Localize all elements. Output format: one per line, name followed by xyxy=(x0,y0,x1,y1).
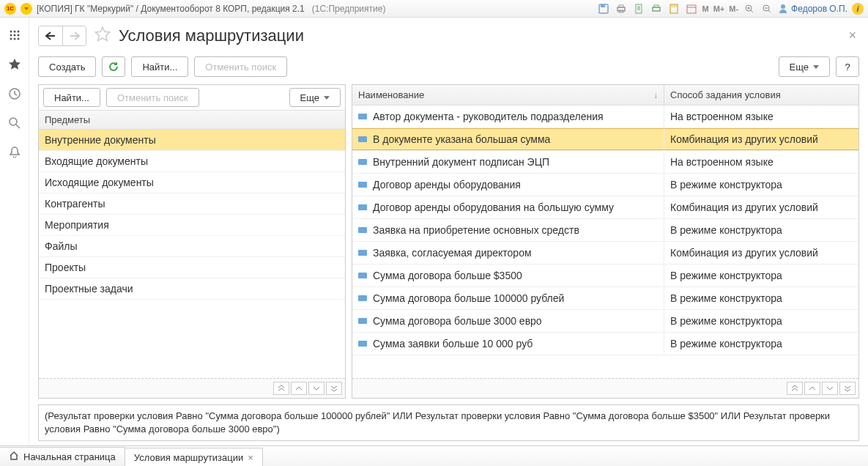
row-mode: В режиме конструктора xyxy=(664,287,858,309)
sort-down-icon: ↓ xyxy=(653,90,658,100)
calculator-icon[interactable] xyxy=(667,2,680,15)
row-mode: На встроенном языке xyxy=(664,106,858,127)
row-marker-icon xyxy=(358,318,367,324)
row-marker-icon xyxy=(358,204,367,210)
calendar-icon[interactable] xyxy=(685,2,698,15)
bell-icon[interactable] xyxy=(7,145,22,160)
apps-icon[interactable] xyxy=(7,28,22,42)
svg-point-19 xyxy=(17,34,19,37)
table-row[interactable]: Заявка на приобретение основных средствВ… xyxy=(352,219,858,242)
formula-box: (Результат проверки условия Равно "Сумма… xyxy=(38,404,859,441)
svg-rect-3 xyxy=(619,5,623,7)
save-icon[interactable] xyxy=(597,2,610,15)
svg-point-13 xyxy=(781,4,785,9)
table-row[interactable]: Сумма договора больше 3000 евроВ режиме … xyxy=(352,310,858,333)
table-row[interactable]: Сумма договора больше $3500В режиме конс… xyxy=(352,265,858,287)
row-mode: В режиме конструктора xyxy=(664,174,858,196)
search-icon[interactable] xyxy=(7,116,22,130)
list-item[interactable]: Файлы xyxy=(39,236,345,257)
nav-back-button[interactable] xyxy=(39,26,62,45)
list-item[interactable]: Мероприятия xyxy=(39,215,345,236)
conditions-pane: Наименование ↓ Способ задания условия Ав… xyxy=(352,84,859,399)
nav-forward-button xyxy=(62,26,86,45)
scroll-down-icon[interactable] xyxy=(308,382,324,395)
zoom-out-icon[interactable] xyxy=(760,2,774,15)
star-icon[interactable] xyxy=(7,57,22,72)
tab-current[interactable]: Условия маршрутизации × xyxy=(125,448,263,466)
window-title: [КОПИЯ] ГК "Меркурий" / Документооборот … xyxy=(37,4,305,14)
column-mode-header[interactable]: Способ задания условия xyxy=(664,85,858,105)
scroll-bottom-icon[interactable] xyxy=(326,382,342,395)
svg-point-16 xyxy=(17,31,19,33)
row-name: Договор аренды оборудования xyxy=(373,179,521,191)
table-row[interactable]: Сумма договора больше 100000 рублейВ реж… xyxy=(352,287,858,310)
table-row[interactable]: Договор аренды оборудования на большую с… xyxy=(352,196,858,219)
svg-rect-1 xyxy=(601,4,605,7)
row-mode: В режиме конструктора xyxy=(664,310,858,332)
m-minus-button[interactable]: M- xyxy=(729,4,738,13)
list-item[interactable]: Входящие документы xyxy=(39,151,345,172)
list-item[interactable]: Исходящие документы xyxy=(39,172,345,193)
subjects-pane: Найти... Отменить поиск Еще Предметы Вну… xyxy=(38,84,346,399)
svg-point-18 xyxy=(13,34,15,37)
scroll-top-icon[interactable] xyxy=(273,382,289,395)
table-row[interactable]: Автор документа - руководитель подраздел… xyxy=(352,106,858,128)
table-row[interactable]: В документе указана большая суммаКомбина… xyxy=(352,128,858,151)
list-item[interactable]: Внутренние документы xyxy=(39,130,345,151)
help-button[interactable]: ? xyxy=(836,56,859,77)
scroll-up-icon[interactable] xyxy=(291,382,307,395)
svg-point-17 xyxy=(10,34,12,37)
find-button[interactable]: Найти... xyxy=(131,56,188,77)
row-name: Сумма договора больше 3000 евро xyxy=(373,315,542,327)
list-item[interactable]: Проектные задачи xyxy=(39,278,345,300)
favorite-star-icon[interactable] xyxy=(94,26,111,45)
history-icon[interactable] xyxy=(7,86,22,101)
row-marker-icon xyxy=(358,114,367,119)
scroll-bottom-icon[interactable] xyxy=(839,382,856,395)
m-button[interactable]: M xyxy=(702,4,709,13)
row-marker-icon xyxy=(358,159,367,165)
user-name: Федоров О.П. xyxy=(791,4,847,14)
list-item[interactable]: Проекты xyxy=(39,257,345,278)
row-marker-icon xyxy=(358,182,367,188)
svg-rect-10 xyxy=(687,5,696,13)
table-row[interactable]: Внутренний документ подписан ЭЦПНа встро… xyxy=(352,151,858,174)
scroll-top-icon[interactable] xyxy=(787,382,803,395)
row-marker-icon xyxy=(358,295,367,301)
left-find-button[interactable]: Найти... xyxy=(43,88,100,107)
row-mode: В режиме конструктора xyxy=(664,265,858,286)
print-green-icon[interactable] xyxy=(650,2,663,15)
column-name-label: Наименование xyxy=(358,89,424,100)
list-item[interactable]: Контрагенты xyxy=(39,193,345,215)
tab-home[interactable]: Начальная страница xyxy=(0,447,125,466)
row-marker-icon xyxy=(358,341,367,347)
table-row[interactable]: Заявка, согласуемая директоромКомбинация… xyxy=(352,242,858,265)
table-row[interactable]: Договор аренды оборудованияВ режиме конс… xyxy=(352,174,858,196)
more-button[interactable]: Еще xyxy=(779,56,830,77)
tab-close-icon[interactable]: × xyxy=(248,452,253,463)
info-icon[interactable]: i xyxy=(852,3,864,15)
row-marker-icon xyxy=(358,227,367,233)
refresh-button[interactable] xyxy=(102,56,125,77)
scroll-up-icon[interactable] xyxy=(804,382,820,395)
dropdown-circle-icon[interactable] xyxy=(21,3,32,15)
m-plus-button[interactable]: M+ xyxy=(713,4,725,13)
row-name: Сумма договора больше 100000 рублей xyxy=(373,292,564,304)
close-page-button[interactable]: × xyxy=(845,25,859,46)
zoom-in-icon[interactable] xyxy=(743,2,756,15)
tab-home-label: Начальная страница xyxy=(23,451,116,462)
user-menu[interactable]: Федоров О.П. xyxy=(778,4,847,14)
row-name: Автор документа - руководитель подраздел… xyxy=(373,111,604,122)
table-row[interactable]: Сумма заявки больше 10 000 рубВ режиме к… xyxy=(352,333,858,355)
create-button[interactable]: Создать xyxy=(38,56,96,77)
scroll-down-icon[interactable] xyxy=(822,382,838,395)
column-name-header[interactable]: Наименование ↓ xyxy=(352,85,664,105)
svg-rect-5 xyxy=(636,4,642,13)
svg-point-20 xyxy=(10,38,12,40)
row-mode: В режиме конструктора xyxy=(664,333,858,355)
print-icon[interactable] xyxy=(615,2,628,15)
document-icon[interactable] xyxy=(632,2,645,15)
left-more-button[interactable]: Еще xyxy=(289,88,341,107)
subjects-header: Предметы xyxy=(39,110,345,130)
row-name: Заявка на приобретение основных средств xyxy=(373,224,579,236)
